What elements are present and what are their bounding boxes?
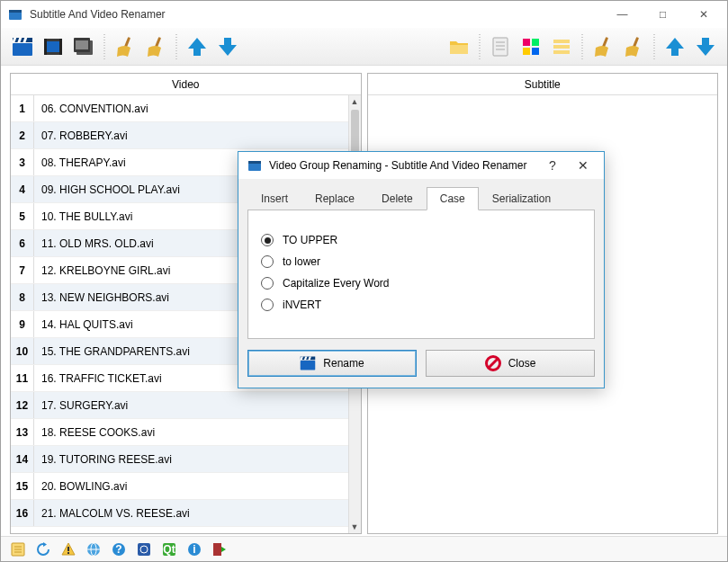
row-number: 10: [11, 338, 34, 364]
case-tab-panel: TO UPPERto lowerCapitalize Every WordiNV…: [247, 210, 595, 339]
toolbar-broom-2[interactable]: [143, 34, 168, 59]
dialog-title: Video Group Renaming - Subtitle And Vide…: [269, 159, 537, 172]
table-row[interactable]: 1621. MALCOLM VS. REESE.avi: [11, 500, 348, 527]
rename-button[interactable]: Rename: [247, 350, 417, 377]
no-icon: [485, 355, 501, 371]
row-number: 11: [11, 365, 34, 391]
scroll-down-button[interactable]: ▼: [349, 521, 361, 533]
arrow-up-2-icon: [664, 36, 686, 58]
row-number: 8: [11, 284, 34, 310]
case-option-3[interactable]: iNVERT: [261, 299, 581, 311]
toolbar-arrow-down[interactable]: [215, 34, 240, 59]
radio-icon: [261, 234, 274, 246]
maximize-button[interactable]: □: [643, 2, 683, 27]
row-filename: 16. TRAFFIC TICKET.avi: [34, 372, 162, 385]
dialog-titlebar: Video Group Renaming - Subtitle And Vide…: [238, 152, 604, 179]
table-row[interactable]: 1217. SURGERY.avi: [11, 392, 348, 419]
toolbar-page-colors[interactable]: [518, 34, 544, 59]
subtitle-panel-header: Subtitle: [368, 74, 718, 95]
titlebar: Subtitle And Video Renamer — □ ✕: [1, 1, 727, 28]
close-dialog-button-label: Close: [508, 357, 536, 370]
tab-insert[interactable]: Insert: [247, 187, 301, 210]
scroll-up-button[interactable]: ▲: [349, 95, 361, 108]
toolbar-film-multi[interactable]: [71, 34, 96, 59]
toolbar-arrow-down-2[interactable]: [693, 34, 718, 59]
app-title: Subtitle And Video Renamer: [30, 8, 602, 21]
row-number: 14: [11, 446, 34, 472]
row-filename: 12. KRELBOYNE GIRL.avi: [34, 264, 170, 277]
tab-replace[interactable]: Replace: [301, 187, 368, 210]
app-icon: [8, 7, 22, 22]
status-globe-icon[interactable]: [85, 541, 102, 558]
statusbar: [1, 536, 727, 561]
film-open-icon: [42, 36, 64, 58]
page-rows-icon: [551, 36, 572, 58]
toolbar-film-open[interactable]: [40, 34, 66, 59]
broom-1-icon: [114, 36, 136, 58]
video-panel-header: Video: [11, 74, 361, 95]
row-number: 12: [11, 392, 34, 418]
broom-3-icon: [592, 36, 614, 58]
row-filename: 15. THE GRANDPARENTS.avi: [34, 345, 190, 358]
row-filename: 21. MALCOLM VS. REESE.avi: [34, 507, 190, 520]
row-number: 6: [11, 230, 34, 256]
close-dialog-button[interactable]: Close: [426, 350, 595, 377]
toolbar-broom-3[interactable]: [590, 34, 616, 59]
row-filename: 18. REESE COOKS.avi: [34, 426, 155, 439]
toolbar-page-1[interactable]: [488, 34, 513, 59]
radio-icon: [261, 277, 274, 290]
tab-serialization[interactable]: Serialization: [479, 187, 564, 210]
row-number: 2: [11, 122, 34, 148]
status-exit-icon[interactable]: [211, 541, 228, 558]
status-list-icon[interactable]: [10, 541, 26, 558]
tab-case[interactable]: Case: [427, 187, 479, 210]
folder-icon: [448, 36, 470, 58]
table-row[interactable]: 1318. REESE COOKS.avi: [11, 419, 348, 446]
toolbar-separator: [103, 34, 105, 59]
clapper-blue-icon: [12, 36, 33, 58]
toolbar-arrow-up[interactable]: [184, 34, 210, 59]
case-option-0[interactable]: TO UPPER: [261, 234, 581, 246]
status-qt-icon[interactable]: [161, 541, 177, 558]
toolbar-separator: [581, 34, 583, 59]
table-row[interactable]: 1520. BOWLING.avi: [11, 473, 348, 500]
row-filename: 17. SURGERY.avi: [34, 399, 128, 412]
case-option-label: to lower: [283, 255, 320, 268]
table-row[interactable]: 207. ROBBERY.avi: [11, 122, 348, 149]
toolbar-folder[interactable]: [446, 34, 472, 59]
toolbar-clapper-blue[interactable]: [10, 34, 35, 59]
status-help-icon[interactable]: [111, 541, 127, 558]
toolbar-separator: [479, 34, 481, 59]
status-info-icon[interactable]: [186, 541, 202, 558]
toolbar-page-rows[interactable]: [549, 34, 574, 59]
status-refresh-icon[interactable]: [35, 541, 51, 558]
toolbar-arrow-up-2[interactable]: [662, 34, 688, 59]
rename-dialog: Video Group Renaming - Subtitle And Vide…: [238, 151, 605, 388]
case-option-2[interactable]: Capitalize Every Word: [261, 277, 581, 290]
toolbar: [1, 28, 727, 66]
dialog-close-button[interactable]: ✕: [568, 154, 598, 177]
status-warn-icon[interactable]: [60, 541, 76, 558]
page-1-icon: [490, 36, 511, 58]
row-filename: 13. NEW NEIGHBORS.avi: [34, 291, 169, 304]
row-filename: 09. HIGH SCHOOL PLAY.avi: [34, 183, 180, 196]
toolbar-broom-1[interactable]: [112, 34, 138, 59]
toolbar-broom-4[interactable]: [621, 34, 646, 59]
case-option-1[interactable]: to lower: [261, 255, 581, 268]
row-filename: 08. THERAPY.avi: [34, 156, 126, 169]
toolbar-separator: [653, 34, 655, 59]
row-number: 15: [11, 473, 34, 499]
arrow-down-2-icon: [695, 36, 716, 58]
clapper-icon: [300, 355, 316, 371]
table-row[interactable]: 106. CONVENTION.avi: [11, 95, 348, 122]
table-row[interactable]: 1419. TUTORING REESE.avi: [11, 446, 348, 473]
tab-delete[interactable]: Delete: [368, 187, 427, 210]
row-filename: 06. CONVENTION.avi: [34, 103, 148, 115]
minimize-button[interactable]: —: [602, 2, 643, 27]
status-un-icon[interactable]: [136, 541, 152, 558]
broom-2-icon: [145, 36, 166, 58]
close-button[interactable]: ✕: [683, 2, 724, 27]
dialog-help-button[interactable]: ?: [537, 154, 568, 177]
arrow-down-icon: [217, 36, 238, 58]
film-multi-icon: [73, 36, 94, 58]
